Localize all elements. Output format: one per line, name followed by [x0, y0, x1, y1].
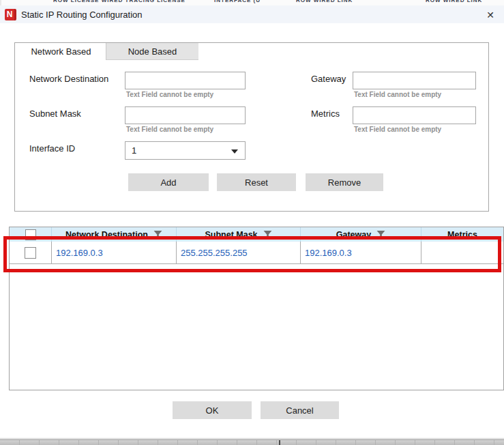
remove-button[interactable]: Remove [306, 173, 383, 191]
clipped-background-text: ROW LICENSE WIRED TRACING LICENSE [53, 0, 186, 3]
cell-metrics[interactable] [421, 242, 503, 263]
chevron-down-icon [231, 149, 238, 154]
select-all-checkbox[interactable] [25, 229, 36, 240]
metrics-label: Metrics [311, 109, 340, 119]
background-window-bottom-sliver [0, 440, 504, 445]
interface-id-label: Interface ID [29, 143, 75, 154]
network-destination-label: Network Destination [29, 74, 108, 84]
metrics-input[interactable] [353, 106, 476, 124]
clipped-background-text: ROW WIRED LINK [426, 0, 482, 3]
background-divider [279, 440, 280, 445]
column-header-network-destination[interactable]: Network Destination [52, 227, 177, 242]
column-header-label: Metrics [447, 230, 477, 240]
routes-table-header: Network Destination Subnet Mask Gateway … [10, 227, 503, 242]
background-window-top-sliver: ROW LICENSE WIRED TRACING LICENSE INTERF… [0, 0, 504, 5]
column-header-subnet-mask[interactable]: Subnet Mask [177, 227, 301, 242]
cancel-button[interactable]: Cancel [261, 401, 339, 419]
metrics-hint: Text Field cannot be empty [354, 126, 441, 133]
gateway-label: Gateway [311, 74, 346, 84]
ok-button[interactable]: OK [173, 401, 252, 419]
column-header-gateway[interactable]: Gateway [301, 227, 421, 242]
dialog-title: Static IP Routing Configuration [21, 10, 143, 20]
tab-network-based-label: Network Based [31, 46, 91, 57]
cell-subnet-mask[interactable]: 255.255.255.255 [177, 242, 301, 263]
filter-funnel-icon[interactable] [263, 230, 272, 239]
cell-gateway[interactable]: 192.169.0.3 [301, 242, 421, 263]
routes-table: Network Destination Subnet Mask Gateway … [9, 227, 504, 390]
network-destination-input[interactable] [125, 72, 246, 89]
tab-node-based[interactable]: Node Based [106, 43, 198, 60]
reset-button[interactable]: Reset [217, 173, 296, 191]
column-header-label: Subnet Mask [205, 230, 257, 240]
gateway-hint: Text Field cannot be empty [354, 91, 441, 98]
column-header-label: Network Destination [65, 230, 148, 240]
clipped-background-text: INTERFACE (U [214, 0, 261, 3]
interface-id-value: 1 [132, 145, 136, 156]
interface-id-dropdown[interactable]: 1 [125, 141, 246, 160]
tab-network-based[interactable]: Network Based [16, 43, 106, 60]
column-header-metrics[interactable]: Metrics [421, 227, 503, 242]
table-row[interactable]: 192.169.0.3 255.255.255.255 192.169.0.3 [10, 242, 503, 264]
filter-funnel-icon[interactable] [153, 230, 162, 239]
column-header-label: Gateway [336, 230, 371, 240]
netsim-logo-icon: N [5, 9, 16, 20]
dialog-titlebar: N Static IP Routing Configuration ✕ [0, 5, 504, 23]
gateway-input[interactable] [353, 72, 476, 89]
subnet-mask-hint: Text Field cannot be empty [126, 126, 213, 133]
filter-funnel-icon[interactable] [376, 230, 385, 239]
cell-network-destination[interactable]: 192.169.0.3 [52, 242, 177, 263]
tab-node-based-label: Node Based [128, 46, 177, 57]
routing-config-panel: Network Based Node Based Network Destina… [14, 42, 489, 212]
close-icon[interactable]: ✕ [483, 8, 498, 23]
row-checkbox-cell [10, 242, 52, 263]
network-destination-hint: Text Field cannot be empty [126, 91, 213, 98]
header-checkbox-cell [10, 227, 52, 242]
subnet-mask-input[interactable] [125, 106, 246, 124]
clipped-background-text: ROW WIRED LINK [296, 0, 353, 3]
row-checkbox[interactable] [25, 247, 36, 259]
subnet-mask-label: Subnet Mask [29, 109, 81, 119]
add-button[interactable]: Add [128, 173, 209, 191]
